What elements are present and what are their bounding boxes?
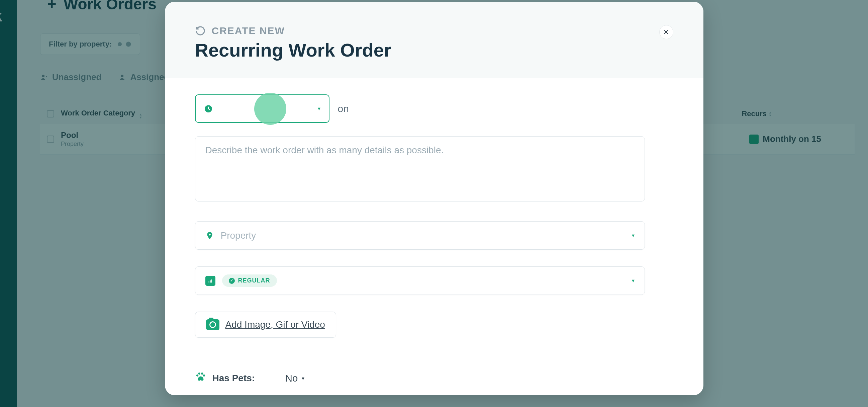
recurring-icon xyxy=(195,25,206,36)
priority-pill: ✓ REGULAR xyxy=(222,274,277,287)
modal-overline-text: CREATE NEW xyxy=(212,25,285,36)
chevron-down-icon: ▾ xyxy=(318,106,320,112)
svg-point-9 xyxy=(196,375,198,377)
svg-rect-7 xyxy=(210,280,210,283)
property-placeholder: Property xyxy=(221,230,256,241)
modal-overlay[interactable]: ✕ CREATE NEW Recurring Work Order ▾ on xyxy=(0,0,868,407)
add-media-label: Add Image, Gif or Video xyxy=(225,319,325,330)
create-recurring-work-order-modal: ✕ CREATE NEW Recurring Work Order ▾ on xyxy=(165,2,704,395)
chevron-down-icon: ▾ xyxy=(302,375,304,382)
location-pin-icon xyxy=(206,231,214,240)
property-select[interactable]: Property ▾ xyxy=(195,221,645,250)
on-label: on xyxy=(338,103,349,114)
has-pets-label: Has Pets: xyxy=(195,371,255,385)
has-pets-select[interactable]: No ▾ xyxy=(285,373,304,384)
svg-rect-8 xyxy=(211,280,212,283)
priority-icon xyxy=(206,276,215,286)
frequency-row: ▾ on xyxy=(195,94,673,123)
clock-icon xyxy=(204,105,213,113)
modal-title: Recurring Work Order xyxy=(195,39,673,61)
camera-icon xyxy=(206,319,219,330)
svg-point-10 xyxy=(198,373,200,375)
svg-point-11 xyxy=(201,373,203,375)
priority-select[interactable]: ✓ REGULAR ▾ xyxy=(195,266,645,295)
svg-point-12 xyxy=(203,375,205,377)
check-circle-icon: ✓ xyxy=(229,278,235,284)
has-pets-value-text: No xyxy=(285,373,298,384)
modal-body: ▾ on Property ▾ ✓ REGULAR ▾ xyxy=(165,78,704,395)
svg-point-5 xyxy=(209,234,210,235)
highlight-indicator xyxy=(254,93,286,125)
chevron-down-icon: ▾ xyxy=(632,278,634,284)
modal-header: ✕ CREATE NEW Recurring Work Order xyxy=(165,2,704,78)
close-icon: ✕ xyxy=(663,28,669,36)
has-pets-row: Has Pets: No ▾ xyxy=(195,371,673,385)
frequency-select[interactable]: ▾ xyxy=(195,94,330,123)
close-button[interactable]: ✕ xyxy=(659,25,673,39)
modal-overline: CREATE NEW xyxy=(195,25,673,36)
description-textarea[interactable] xyxy=(195,136,645,202)
paw-icon xyxy=(195,371,206,385)
priority-value: REGULAR xyxy=(238,277,270,284)
chevron-down-icon: ▾ xyxy=(632,232,634,239)
add-media-button[interactable]: Add Image, Gif or Video xyxy=(195,312,336,338)
svg-rect-6 xyxy=(208,281,209,283)
has-pets-label-text: Has Pets: xyxy=(212,373,255,384)
